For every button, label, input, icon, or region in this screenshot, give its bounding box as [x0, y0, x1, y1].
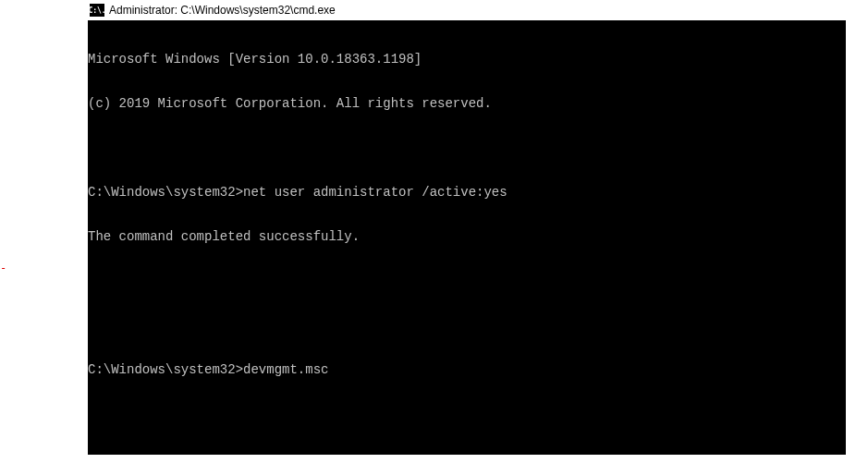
cmd-icon: C:\.	[90, 4, 104, 17]
cmd-window: C:\. Administrator: C:\Windows\system32\…	[88, 0, 846, 455]
terminal-line: (c) 2019 Microsoft Corporation. All righ…	[88, 96, 846, 111]
cmd-icon-label: C:\.	[88, 6, 105, 15]
terminal-line: Microsoft Windows [Version 10.0.18363.11…	[88, 52, 846, 67]
terminal-line	[88, 274, 846, 288]
terminal-line: C:\Windows\system32>net user administrat…	[88, 185, 846, 200]
terminal-line	[88, 318, 846, 333]
window-title: Administrator: C:\Windows\system32\cmd.e…	[109, 4, 336, 17]
terminal-line	[88, 140, 846, 155]
terminal-line: The command completed successfully.	[88, 229, 846, 244]
titlebar[interactable]: C:\. Administrator: C:\Windows\system32\…	[88, 0, 846, 20]
artifact-mark: -	[0, 262, 6, 274]
terminal-body[interactable]: Microsoft Windows [Version 10.0.18363.11…	[88, 20, 846, 455]
terminal-line: C:\Windows\system32>devmgmt.msc	[88, 362, 846, 377]
